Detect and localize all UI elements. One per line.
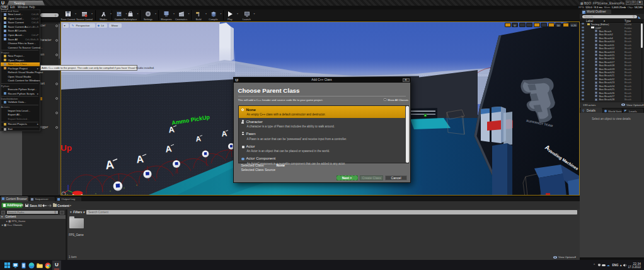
svg-text:A: A (164, 143, 172, 154)
svg-text:A: A (104, 157, 114, 172)
svg-text:Up: Up (61, 143, 72, 153)
